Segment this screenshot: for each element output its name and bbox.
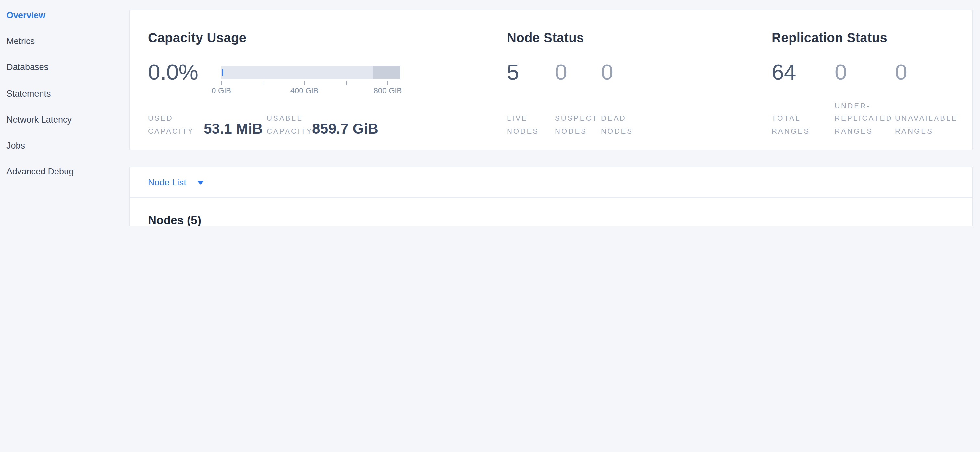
- capacity-usage-title: Capacity Usage: [148, 30, 247, 45]
- live-nodes-count: 5: [507, 60, 519, 84]
- unavailable-ranges-label: UNAVAILABLE RANGES: [895, 101, 958, 138]
- replication-status-section: Replication Status 64 0 0 TOTAL RANGES U…: [772, 10, 966, 150]
- sidebar-item-metrics[interactable]: Metrics: [0, 28, 128, 54]
- capacity-bar: [221, 66, 401, 79]
- node-list-dropdown-label: Node List: [148, 177, 186, 187]
- chevron-down-icon: [197, 181, 204, 185]
- suspect-nodes-label: SUSPECT NODES: [555, 101, 598, 138]
- node-list-card: Node List Nodes (5) NODES UPTIME REPLICA…: [129, 167, 973, 226]
- live-nodes-label: LIVE NODES: [507, 101, 539, 138]
- nodes-section-title: Nodes (5): [148, 214, 201, 226]
- under-replicated-ranges-count: 0: [835, 60, 847, 84]
- capacity-used-percent: 0.0%: [148, 60, 198, 84]
- overview-page: Overview Metrics Databases Statements Ne…: [0, 0, 980, 226]
- unavailable-ranges-count: 0: [895, 60, 907, 84]
- cluster-summary-card: Capacity Usage 0.0% 0 GiB 400 GiB 800 Gi…: [129, 10, 973, 151]
- used-capacity-label: USED CAPACITY: [148, 101, 194, 138]
- replication-status-title: Replication Status: [772, 30, 887, 45]
- suspect-nodes-count: 0: [555, 60, 567, 84]
- used-capacity-value: 53.1 MiB: [204, 101, 263, 138]
- axis-label-0: 0 GiB: [212, 86, 231, 95]
- usable-capacity-label: USABLE CAPACITY: [267, 101, 313, 138]
- sidebar-item-databases[interactable]: Databases: [0, 54, 128, 81]
- sidebar-item-jobs[interactable]: Jobs: [0, 133, 128, 159]
- capacity-axis-ticks: [221, 81, 401, 85]
- node-status-title: Node Status: [507, 30, 584, 45]
- node-status-section: Node Status 5 0 0 LIVE NODES SUSPECT NOD…: [507, 10, 702, 150]
- under-replicated-ranges-label: UNDER- REPLICATED RANGES: [835, 101, 893, 138]
- view-selector-strip: Node List: [130, 167, 972, 198]
- sidebar-item-statements[interactable]: Statements: [0, 81, 128, 107]
- axis-label-800: 800 GiB: [374, 86, 402, 95]
- total-ranges-count: 64: [772, 60, 796, 84]
- sidebar-nav: Overview Metrics Databases Statements Ne…: [0, 2, 128, 185]
- total-ranges-label: TOTAL RANGES: [772, 101, 810, 138]
- usable-capacity-value: 859.7 GiB: [312, 101, 379, 138]
- capacity-usage-section: Capacity Usage 0.0% 0 GiB 400 GiB 800 Gi…: [148, 10, 485, 150]
- sidebar-item-overview[interactable]: Overview: [0, 2, 128, 28]
- dead-nodes-count: 0: [601, 60, 613, 84]
- sidebar: Overview Metrics Databases Statements Ne…: [0, 0, 128, 226]
- dead-nodes-label: DEAD NODES: [601, 101, 633, 138]
- capacity-bar-other-segment: [373, 66, 401, 79]
- capacity-bar-used-segment: [222, 70, 223, 76]
- sidebar-item-advanced-debug[interactable]: Advanced Debug: [0, 159, 128, 185]
- axis-label-400: 400 GiB: [290, 86, 319, 95]
- sidebar-item-network-latency[interactable]: Network Latency: [0, 106, 128, 133]
- node-list-dropdown[interactable]: Node List: [148, 177, 204, 187]
